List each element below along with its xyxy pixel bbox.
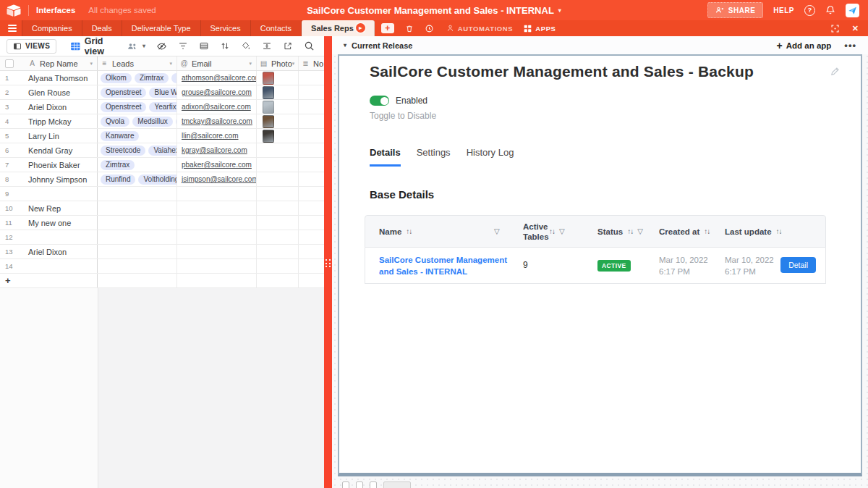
cell-email[interactable]	[177, 230, 257, 244]
cell-email[interactable]: tmckay@sailcore.com	[177, 114, 257, 128]
cell-notes[interactable]	[299, 187, 324, 201]
airtable-logo-icon[interactable]	[7, 4, 21, 17]
cell-leads[interactable]	[98, 245, 177, 258]
photo-thumbnail[interactable]	[263, 130, 274, 143]
cell-leads[interactable]: StreetcodeVaiahexQuadzo	[98, 143, 177, 157]
select-all-cell[interactable]	[0, 56, 22, 70]
table-row[interactable]: 7Phoenix BakerZimtraxpbaker@sailcore.com	[0, 158, 324, 172]
cell-rep-name[interactable]: New Rep	[22, 201, 98, 215]
column-header-leads[interactable]: ≡Leads▾	[98, 56, 177, 70]
row-height-icon[interactable]	[262, 41, 272, 51]
cell-notes[interactable]	[299, 259, 324, 273]
sort-icon[interactable]: ↑↓▽	[549, 216, 565, 247]
history-icon[interactable]	[425, 20, 434, 36]
app-tab-settings[interactable]: Settings	[417, 147, 451, 167]
cell-leads[interactable]	[98, 201, 177, 215]
photo-thumbnail[interactable]	[263, 101, 274, 114]
paper-plane-icon[interactable]	[846, 4, 859, 17]
cell-photo[interactable]	[257, 114, 299, 128]
email-link[interactable]: tmckay@sailcore.com	[182, 117, 252, 125]
cell-rep-name[interactable]: Johnny Simpson	[22, 172, 98, 186]
cell-photo[interactable]	[257, 158, 299, 172]
cell-notes[interactable]	[299, 100, 324, 114]
cell-notes[interactable]	[299, 230, 324, 244]
table-row[interactable]: 6Kendal GrayStreetcodeVaiahexQuadzokgray…	[0, 143, 324, 158]
photo-thumbnail[interactable]	[263, 115, 274, 128]
bell-icon[interactable]	[825, 5, 835, 15]
email-link[interactable]: llin@sailcore.com	[182, 132, 239, 140]
cell-email[interactable]: kgray@sailcore.com	[177, 143, 257, 157]
enabled-toggle[interactable]	[370, 96, 389, 106]
cell-rep-name[interactable]: Tripp Mckay	[22, 114, 98, 128]
cell-notes[interactable]	[299, 172, 324, 186]
help-button[interactable]: HELP	[773, 7, 794, 14]
cell-rep-name[interactable]	[22, 259, 98, 273]
panel-resize-handle[interactable]	[324, 36, 332, 488]
cell-leads[interactable]: Kanware	[98, 129, 177, 143]
cell-email[interactable]: jsimpson@sailcore.com	[177, 172, 257, 186]
cell-notes[interactable]	[299, 158, 324, 172]
cell-photo[interactable]	[257, 259, 299, 273]
cell-rep-name[interactable]	[22, 230, 98, 244]
cell-rep-name[interactable]: Ariel Dixon	[22, 100, 98, 114]
cell-rep-name[interactable]	[22, 187, 98, 201]
cell-leads[interactable]	[98, 187, 177, 201]
column-header-no[interactable]: ≣No	[299, 56, 324, 70]
cell-leads[interactable]: OpenstreetYearfixStrongz	[98, 100, 177, 114]
menu-icon[interactable]	[0, 20, 22, 36]
question-icon[interactable]: ?	[804, 5, 815, 16]
column-header-photo[interactable]: ▤Photo▾	[257, 56, 299, 70]
cell-notes[interactable]	[299, 216, 324, 230]
cell-leads[interactable]: QvolaMedsilluxYearfixO	[98, 114, 177, 128]
cell-leads[interactable]	[98, 216, 177, 230]
close-panel-icon[interactable]: ✕	[852, 24, 859, 33]
group-icon[interactable]	[199, 41, 209, 51]
filter-icon[interactable]	[178, 41, 188, 51]
cell-rep-name[interactable]: My new one	[22, 216, 98, 230]
email-link[interactable]: adixon@sailcore.com	[182, 103, 251, 111]
view-switcher[interactable]: Grid view ▾	[70, 36, 145, 56]
cell-email[interactable]: pbaker@sailcore.com	[177, 158, 257, 172]
cell-email[interactable]	[177, 245, 257, 258]
sort-icon[interactable]: ↑↓	[627, 227, 633, 235]
cell-notes[interactable]	[299, 245, 324, 258]
checkbox-icon[interactable]	[5, 59, 14, 68]
email-link[interactable]: kgray@sailcore.com	[182, 146, 247, 154]
hide-fields-icon[interactable]	[156, 41, 167, 51]
add-table-button[interactable]: +	[381, 23, 394, 33]
table-tab-deliverable-type[interactable]: Deliverable Type	[122, 20, 201, 36]
panel-menu-button[interactable]: •••	[844, 40, 856, 51]
edit-title-icon[interactable]	[830, 66, 841, 77]
table-row[interactable]: 14	[0, 259, 324, 274]
color-icon[interactable]	[241, 41, 251, 51]
cell-photo[interactable]	[257, 230, 299, 244]
cell-email[interactable]	[177, 201, 257, 215]
cell-photo[interactable]	[257, 71, 299, 85]
cell-photo[interactable]	[257, 129, 299, 143]
apps-button[interactable]: APPS	[524, 20, 556, 36]
table-row[interactable]: 8Johnny SimpsonRunfindVoltholdingsjsimps…	[0, 172, 324, 187]
automations-button[interactable]: AUTOMATIONS	[446, 20, 513, 36]
filter-icon[interactable]: ▽	[559, 227, 565, 235]
email-link[interactable]: grouse@sailcore.com	[182, 88, 252, 96]
cell-notes[interactable]	[299, 201, 324, 215]
cell-email[interactable]	[177, 187, 257, 201]
table-row[interactable]: 12	[0, 230, 324, 245]
sort-icon[interactable]: ↑↓	[704, 227, 710, 235]
table-row[interactable]: 2Glen RouseOpenstreetBlue Willow Indugro…	[0, 85, 324, 100]
base-name-link[interactable]: SailCore Customer Management and Sales -…	[379, 255, 511, 277]
table-tab-services[interactable]: Services	[201, 20, 251, 36]
table-row[interactable]: 9	[0, 187, 324, 201]
cell-leads[interactable]: OpenstreetBlue Willow Indu	[98, 85, 177, 99]
column-header-created-at[interactable]: Created at ↑↓	[659, 216, 710, 247]
cell-photo[interactable]	[257, 85, 299, 99]
column-header-name[interactable]: Name ↑↓	[379, 216, 412, 247]
cell-photo[interactable]	[257, 100, 299, 114]
column-header-email[interactable]: @Email▾	[177, 56, 257, 70]
cell-rep-name[interactable]: Larry Lin	[22, 129, 98, 143]
cell-photo[interactable]	[257, 172, 299, 186]
photo-thumbnail[interactable]	[263, 86, 274, 99]
cell-leads[interactable]: Zimtrax	[98, 158, 177, 172]
cell-leads[interactable]	[98, 259, 177, 273]
cell-email[interactable]: llin@sailcore.com	[177, 129, 257, 143]
